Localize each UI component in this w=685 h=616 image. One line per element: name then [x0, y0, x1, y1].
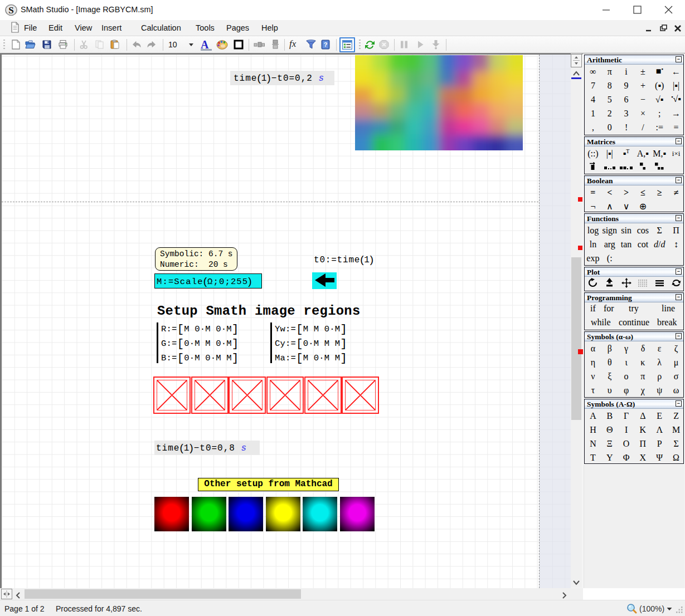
- svg-text:S: S: [8, 5, 13, 16]
- svg-text:?: ?: [324, 41, 328, 48]
